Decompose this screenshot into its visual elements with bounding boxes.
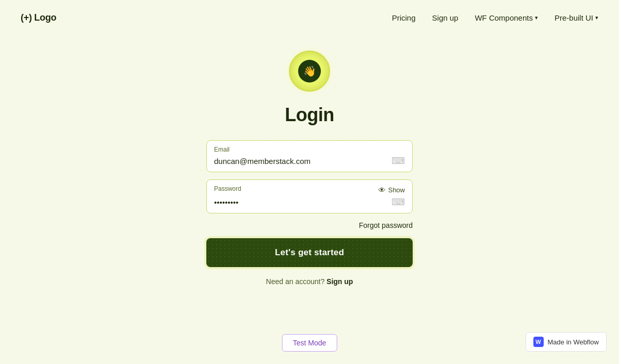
keyboard-icon: ⌨ <box>392 155 405 167</box>
show-password-button[interactable]: 👁 Show <box>378 186 405 194</box>
signup-prompt: Need an account? Sign up <box>206 277 413 286</box>
nav-link-pricing[interactable]: Pricing <box>392 13 416 22</box>
keyboard-icon-password: ⌨ <box>392 196 405 208</box>
eye-icon: 👁 <box>378 186 386 194</box>
nav-link-prebuilt-ui[interactable]: Pre-built UI ▾ <box>555 13 598 22</box>
logo[interactable]: (+) Logo <box>21 12 56 23</box>
avatar: 👋 <box>289 51 330 92</box>
webflow-icon: W <box>533 337 544 347</box>
nav-links: Pricing Sign up WF Components ▾ Pre-buil… <box>392 13 598 22</box>
login-form: Email ⌨ Password 👁 Show ⌨ Forgot passwo <box>206 140 413 286</box>
nav-link-wf-components[interactable]: WF Components ▾ <box>475 13 538 22</box>
main-content: 👋 Login Email ⌨ Password 👁 Show <box>0 35 619 286</box>
email-input-group: Email ⌨ <box>206 140 413 172</box>
password-row: ⌨ <box>214 196 405 208</box>
forgot-password-container: Forgot password <box>206 221 413 230</box>
forgot-password-link[interactable]: Forgot password <box>359 221 413 229</box>
webflow-label: Made in Webflow <box>548 338 599 346</box>
page-title: Login <box>285 104 334 126</box>
password-field[interactable] <box>214 198 387 207</box>
chevron-down-icon: ▾ <box>535 14 538 21</box>
email-field[interactable] <box>214 157 387 166</box>
email-label: Email <box>214 146 405 153</box>
password-input-group: Password 👁 Show ⌨ <box>206 179 413 213</box>
submit-button[interactable]: Let's get started <box>206 238 413 267</box>
test-mode-badge[interactable]: Test Mode <box>282 334 337 352</box>
avatar-icon: 👋 <box>298 60 321 82</box>
signup-link[interactable]: Sign up <box>327 277 353 286</box>
webflow-badge[interactable]: W Made in Webflow <box>526 332 607 352</box>
navbar: (+) Logo Pricing Sign up WF Components ▾… <box>0 0 619 35</box>
password-label-row: Password 👁 Show <box>214 185 405 194</box>
nav-link-signup[interactable]: Sign up <box>432 13 459 22</box>
password-label: Password <box>214 185 241 192</box>
chevron-down-icon: ▾ <box>595 14 598 21</box>
email-row: ⌨ <box>214 155 405 167</box>
